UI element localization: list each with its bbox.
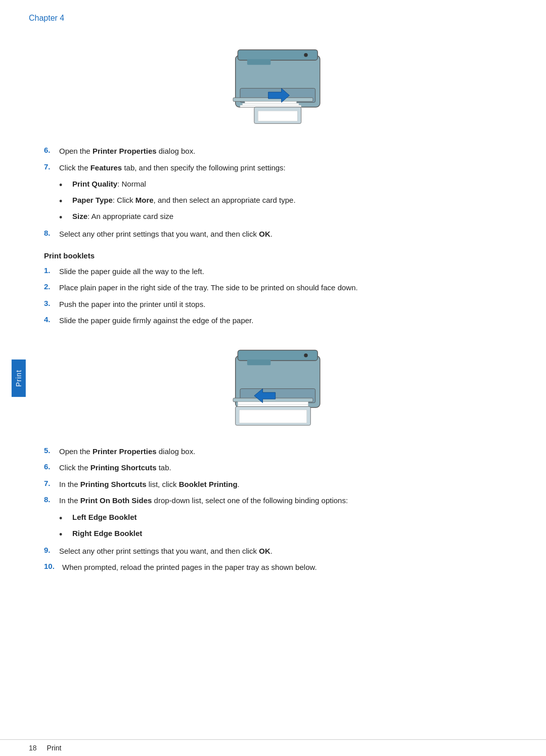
instructions-top: 6. Open the Printer Properties dialog bo… [44,146,507,327]
svg-point-21 [304,353,307,357]
step-8-num: 8. [44,229,59,237]
booklet-step-4-text: Slide the paper guide firmly against the… [59,315,253,327]
svg-rect-4 [245,102,296,104]
footer-page-number: 18 [29,744,37,752]
booklet-step-2: 2. Place plain paper in the right side o… [44,282,507,294]
step-8: 8. Select any other print settings that … [44,229,507,240]
sub-bullets-top: • Print Quality: Normal • Paper Type: Cl… [59,179,507,225]
booklet-step-4-num: 4. [44,315,59,324]
bottom-step-7-text: In the Printing Shortcuts list, click Bo… [59,479,240,491]
booklet-step-1-text: Slide the paper guide all the way to the… [59,266,204,278]
bottom-step-5-num: 5. [44,446,59,455]
bottom-step-6: 6. Click the Printing Shortcuts tab. [44,462,507,474]
chapter-label: Chapter 4 [29,14,64,23]
sub-bullet-quality: • Print Quality: Normal [59,179,507,192]
booklet-step-3: 3. Push the paper into the printer until… [44,299,507,310]
bullet-dot: • [59,512,70,525]
sub-bullet-right-edge: • Right Edge Booklet [59,528,507,542]
instructions-bottom: 5. Open the Printer Properties dialog bo… [44,446,507,573]
booklet-step-1: 1. Slide the paper guide all the way to … [44,266,507,278]
booklet-step-3-text: Push the paper into the printer until it… [59,299,205,310]
sub-bullet-size-text: Size: An appropriate card size [72,211,173,223]
bottom-step-5-text: Open the Printer Properties dialog box. [59,446,195,458]
bottom-step-8-num: 8. [44,495,59,504]
bottom-step-6-text: Click the Printing Shortcuts tab. [59,462,171,474]
bullet-dot: • [59,195,70,208]
svg-point-10 [304,53,307,57]
sub-bullet-right-edge-text: Right Edge Booklet [72,528,142,540]
printer-image-top [29,40,517,131]
step-6-num: 6. [44,146,59,154]
sub-bullet-paper: • Paper Type: Click More, and then selec… [59,195,507,208]
step-6: 6. Open the Printer Properties dialog bo… [44,146,507,157]
bullet-dot: • [59,528,70,542]
step-8-text: Select any other print settings that you… [59,229,272,240]
sub-bullet-left-edge: • Left Edge Booklet [59,512,507,525]
svg-rect-5 [243,103,299,105]
bottom-step-6-num: 6. [44,462,59,471]
svg-rect-19 [239,410,307,423]
sub-bullet-quality-text: Print Quality: Normal [72,179,146,190]
bottom-step-10-text: When prompted, reload the printed pages … [62,562,317,573]
bottom-step-8-text: In the Print On Both Sides drop-down lis… [59,495,348,507]
booklet-step-3-num: 3. [44,299,59,307]
sub-bullet-size: • Size: An appropriate card size [59,211,507,225]
sub-bullet-left-edge-text: Left Edge Booklet [72,512,137,523]
footer: 18 Print [0,739,546,756]
bottom-step-8: 8. In the Print On Both Sides drop-down … [44,495,507,507]
sub-bullets-bottom: • Left Edge Booklet • Right Edge Booklet [59,512,507,542]
svg-rect-8 [258,111,297,121]
bottom-step-10-num: 10. [44,562,62,570]
step-7: 7. Click the Features tab, and then spec… [44,162,507,174]
sub-bullet-paper-text: Paper Type: Click More, and then select … [72,195,296,206]
bottom-step-10: 10. When prompted, reload the printed pa… [44,562,507,573]
bottom-step-7: 7. In the Printing Shortcuts list, click… [44,479,507,491]
svg-rect-16 [238,402,308,404]
print-booklets-title: Print booklets [44,251,507,260]
booklet-step-1-num: 1. [44,266,59,275]
svg-rect-17 [238,404,308,407]
booklet-step-4: 4. Slide the paper guide firmly against … [44,315,507,327]
bottom-step-9-num: 9. [44,546,59,554]
bottom-step-9: 9. Select any other print settings that … [44,546,507,557]
bullet-dot: • [59,211,70,225]
svg-rect-22 [247,360,270,365]
booklet-step-2-text: Place plain paper in the right side of t… [59,282,358,294]
side-tab: Print [12,360,26,397]
step-6-text: Open the Printer Properties dialog box. [59,146,195,157]
step-7-text: Click the Features tab, and then specify… [59,162,286,174]
bottom-step-7-num: 7. [44,479,59,487]
booklet-step-2-num: 2. [44,282,59,291]
svg-rect-6 [240,105,301,107]
bottom-step-9-text: Select any other print settings that you… [59,546,272,557]
bullet-dot: • [59,179,70,192]
svg-rect-11 [247,59,270,65]
printer-image-mid [29,341,517,432]
step-7-num: 7. [44,162,59,171]
bottom-step-5: 5. Open the Printer Properties dialog bo… [44,446,507,458]
footer-section-label: Print [47,744,62,752]
